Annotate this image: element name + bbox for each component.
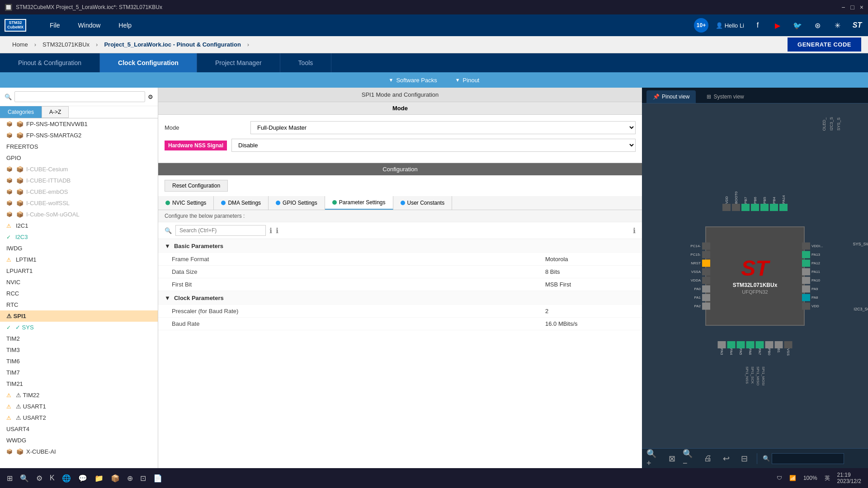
close-button[interactable]: × [860,4,863,11]
st-icon[interactable]: ST [851,19,863,32]
nav-home[interactable]: Home [7,36,33,53]
sidebar-item-tim2[interactable]: TIM2 [0,333,158,344]
right-tab-pinout[interactable]: 📌 Pinout view [646,90,696,103]
minimize-button[interactable]: − [841,4,845,11]
edge-icon[interactable]: 🌐 [62,474,71,483]
config-tab-dma[interactable]: DMA Settings [214,196,269,210]
param-group-basic[interactable]: ▼ Basic Parameters [158,239,642,253]
sidebar-item-fp-sns-motenvwb1[interactable]: 📦 FP-SNS-MOTENVWB1 [0,118,158,130]
split-view-button[interactable]: ⊟ [737,451,751,466]
sidebar-item-freertos[interactable]: FREERTOS [0,141,158,152]
sidebar-item-lptim1[interactable]: LPTIM1 [0,254,158,265]
params-search-input[interactable] [175,225,266,236]
rotate-button[interactable]: ↩ [719,451,733,466]
param-baud-rate: Baud Rate 16.0 MBits/s [158,318,642,330]
sidebar-item-icube-cesium[interactable]: 📦 I-CUBE-Cesium [0,164,158,175]
sidebar-item-tim3[interactable]: TIM3 [0,344,158,356]
pin-sq-pa3 [718,341,726,348]
config-tab-params[interactable]: Parameter Settings [325,196,393,210]
sidebar-tab-categories[interactable]: Categories [0,106,42,118]
titlebar-controls[interactable]: − □ × [841,4,863,11]
zoom-out-button[interactable]: 🔍− [683,451,697,466]
pin-square-pb6 [751,204,759,211]
sidebar-item-gpio[interactable]: GPIO [0,152,158,164]
sidebar-item-sys[interactable]: ✓ SYS [0,322,158,333]
sidebar-tab-az[interactable]: A->Z [42,106,69,118]
wechat-icon[interactable]: 💬 [78,474,87,483]
sidebar-item-icube-som-ugoal[interactable]: 📦 I-Cube-SoM-uGOAL [0,209,158,220]
mode-row: Mode Full-Duplex Master [165,121,636,134]
zoom-in-button[interactable]: 🔍+ [646,451,661,466]
sidebar-item-wwdg[interactable]: WWDG [0,435,158,446]
right-tab-system[interactable]: ⊞ System view [700,90,750,103]
network-icon[interactable]: ✳ [831,19,844,32]
nav-chip[interactable]: STM32L071KBUx [37,36,95,53]
sidebar-item-rcc[interactable]: RCC [0,288,158,299]
config-tab-user-constants[interactable]: User Constants [393,196,453,210]
tab-project-manager[interactable]: Project Manager [197,53,280,72]
menu-window[interactable]: Window [69,14,110,36]
chevron-down-icon-2: ▼ [455,77,460,83]
config-tab-nvic[interactable]: NVIC Settings [158,196,214,210]
sidebar-item-i2c1[interactable]: I2C1 [0,220,158,231]
tab-pinout[interactable]: Pinout & Configuration [0,53,100,72]
sidebar-item-tim6[interactable]: TIM6 [0,356,158,367]
reset-config-button[interactable]: Reset Configuration [165,180,228,192]
windows-icon[interactable]: ⊞ [7,474,13,483]
pin-pa6: PA6 [746,341,755,362]
info-icon-2[interactable]: ℹ [276,226,278,235]
nav-project[interactable]: Project_5_LoraWork.ioc - Pinout & Config… [99,36,246,53]
print-button[interactable]: 🖨 [701,451,715,466]
sidebar-item-xcube-ai[interactable]: 📦 X-CUBE-AI [0,446,158,457]
sidebar-item-rtc[interactable]: RTC [0,299,158,310]
sidebar-item-usart2[interactable]: ⚠ USART2 [0,412,158,423]
sidebar-item-nvic[interactable]: NVIC [0,277,158,288]
chip-search-input[interactable] [772,453,844,464]
nss-select[interactable]: Disable [231,139,636,152]
sidebar-item-tim7[interactable]: TIM7 [0,367,158,378]
sidebar-item-fp-sns-smartag2[interactable]: 📦 FP-SNS-SMARTAG2 [0,130,158,141]
twitter-icon[interactable]: 🐦 [791,19,804,32]
subtab-pinout[interactable]: ▼ Pinout [455,77,480,84]
cube-icon[interactable]: ⊡ [140,474,146,483]
sidebar-item-usart4[interactable]: USART4 [0,423,158,435]
pin-pa1: PA1 [683,294,710,301]
subtabbar: ▼ Software Packs ▼ Pinout [0,72,868,88]
notification-icon[interactable]: 10+ [694,18,708,33]
fit-view-button[interactable]: ⊠ [665,451,679,466]
config-tab-gpio[interactable]: GPIO Settings [269,196,325,210]
subtab-software-packs[interactable]: ▼ Software Packs [389,77,437,84]
doc-icon[interactable]: 📄 [153,474,162,483]
sidebar-item-tim22[interactable]: ⚠ TIM22 [0,389,158,401]
sidebar-item-icube-embos[interactable]: 📦 I-CUBE-embOS [0,186,158,197]
info-icon-1[interactable]: ℹ [269,226,272,235]
param-group-clock[interactable]: ▼ Clock Parameters [158,291,642,305]
sidebar-item-iwdg[interactable]: IWDG [0,243,158,254]
search-taskbar-icon[interactable]: 🔍 [20,474,29,483]
info-icon-3[interactable]: ℹ [633,226,636,235]
files-icon[interactable]: 📁 [94,474,104,483]
tab-tools[interactable]: Tools [280,53,332,72]
facebook-icon[interactable]: f [751,19,764,32]
menu-help[interactable]: Help [109,14,141,36]
stm32-icon[interactable]: ⊕ [127,474,133,483]
menu-file[interactable]: File [41,14,69,36]
sidebar-item-i2c3[interactable]: I2C3 [0,231,158,243]
mode-select[interactable]: Full-Duplex Master [250,121,636,134]
generate-code-button[interactable]: GENERATE CODE [788,38,861,52]
browser-icon[interactable]: K [50,474,55,482]
sidebar-item-tim21[interactable]: TIM21 [0,378,158,389]
sidebar-item-icube-ittiadb[interactable]: 📦 I-CUBE-ITTIADB [0,175,158,186]
youtube-icon[interactable]: ▶ [771,19,784,32]
sidebar-item-usart1[interactable]: ⚠ USART1 [0,401,158,412]
settings-icon[interactable]: ⚙ [148,94,153,100]
package-icon[interactable]: 📦 [111,474,120,483]
sidebar-item-spi1[interactable]: ⚠ SPI1 [0,310,158,322]
sidebar-search-input[interactable] [14,91,145,102]
settings-taskbar-icon[interactable]: ⚙ [36,474,42,483]
tab-clock[interactable]: Clock Configuration [100,53,197,72]
sidebar-item-icube-wolfssl[interactable]: 📦 I-CUBE-wolfSSL [0,197,158,209]
sidebar-item-lpuart1[interactable]: LPUART1 [0,265,158,277]
github-icon[interactable]: ⊛ [811,19,824,32]
maximize-button[interactable]: □ [850,4,854,11]
